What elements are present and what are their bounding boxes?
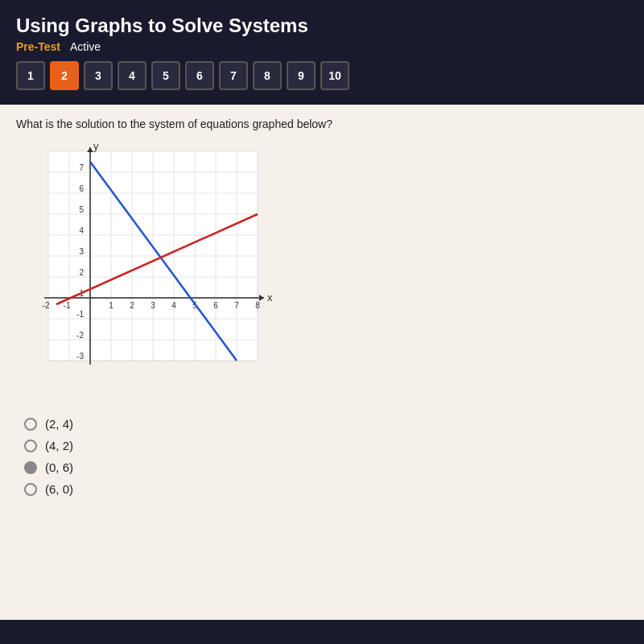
svg-marker-22: [259, 295, 264, 301]
nav-button-1[interactable]: 1: [16, 61, 45, 90]
content-area: What is the solution to the system of eq…: [0, 105, 644, 620]
nav-button-8[interactable]: 8: [253, 61, 282, 90]
nav-button-5[interactable]: 5: [151, 61, 180, 90]
subtitle-row: Pre-Test Active: [16, 40, 628, 53]
svg-text:1: 1: [109, 301, 114, 310]
radio-1[interactable]: [24, 418, 37, 431]
header: Using Graphs to Solve Systems Pre-Test A…: [0, 0, 644, 105]
answer-option-3[interactable]: (0, 6): [24, 460, 628, 474]
svg-text:7: 7: [234, 301, 239, 310]
answer-options: (2, 4)(4, 2)(0, 6)(6, 0): [16, 417, 628, 496]
answer-label-3: (0, 6): [45, 460, 73, 474]
graph-wrapper: x y -2 -1 1 2 3 4 5 6 7 8 7 6 5: [16, 143, 274, 401]
answer-label-2: (4, 2): [45, 439, 73, 452]
pre-test-label: Pre-Test: [16, 40, 60, 53]
nav-button-3[interactable]: 3: [84, 61, 113, 90]
active-label: Active: [70, 40, 101, 53]
answer-label-1: (2, 4): [45, 417, 73, 431]
nav-button-2[interactable]: 2: [50, 61, 79, 90]
svg-text:2: 2: [130, 301, 134, 310]
nav-button-9[interactable]: 9: [287, 61, 316, 90]
svg-text:-2: -2: [76, 331, 84, 340]
answer-option-2[interactable]: (4, 2): [24, 439, 628, 452]
svg-text:3: 3: [79, 247, 84, 256]
svg-text:3: 3: [151, 301, 155, 310]
radio-2[interactable]: [24, 440, 37, 452]
radio-3[interactable]: [24, 461, 37, 474]
answer-label-4: (6, 0): [45, 482, 73, 496]
svg-text:6: 6: [213, 301, 218, 310]
svg-text:5: 5: [79, 205, 84, 214]
question-nav: 12345678910: [16, 61, 628, 97]
answer-option-4[interactable]: (6, 0): [24, 482, 628, 496]
svg-marker-24: [87, 147, 93, 152]
radio-4[interactable]: [24, 483, 37, 496]
question-text: What is the solution to the system of eq…: [16, 118, 628, 130]
svg-text:7: 7: [79, 163, 84, 172]
svg-text:4: 4: [79, 226, 84, 235]
coordinate-graph: x y -2 -1 1 2 3 4 5 6 7 8 7 6 5: [16, 143, 274, 401]
page-title: Using Graphs to Solve Systems: [16, 14, 628, 37]
y-axis-label: y: [93, 143, 99, 152]
x-axis-label: x: [267, 291, 273, 303]
svg-text:6: 6: [79, 184, 84, 193]
nav-button-6[interactable]: 6: [185, 61, 214, 90]
svg-text:4: 4: [171, 301, 176, 310]
graph-container: x y -2 -1 1 2 3 4 5 6 7 8 7 6 5: [16, 143, 628, 401]
answer-option-1[interactable]: (2, 4): [24, 417, 628, 431]
svg-text:-3: -3: [76, 352, 84, 361]
svg-text:-2: -2: [43, 301, 50, 310]
svg-text:-1: -1: [64, 301, 71, 310]
svg-text:2: 2: [79, 268, 84, 277]
svg-text:-1: -1: [76, 310, 84, 319]
nav-button-10[interactable]: 10: [320, 61, 349, 90]
svg-text:8: 8: [255, 301, 260, 310]
nav-button-7[interactable]: 7: [219, 61, 248, 90]
nav-button-4[interactable]: 4: [118, 61, 147, 90]
